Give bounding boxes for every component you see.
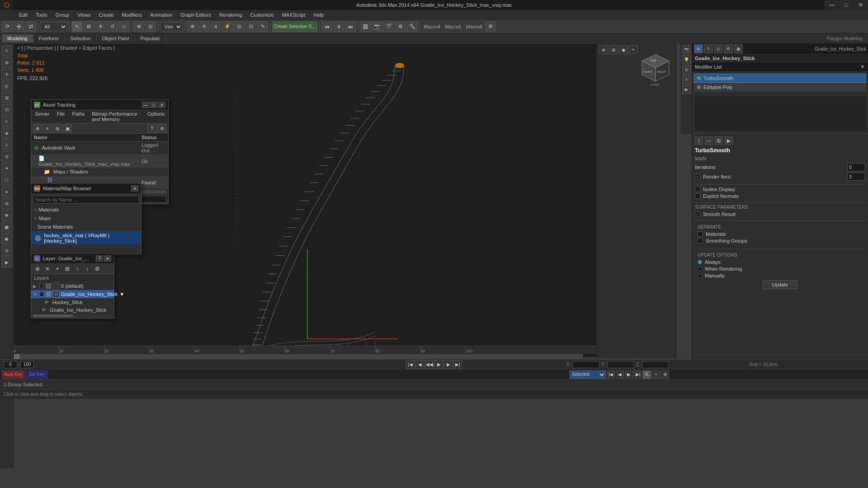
- layer-panel-titlebar[interactable]: L Layer: Goalie_Ice_... ? ✕: [31, 253, 114, 264]
- ls-btn-8[interactable]: ◈: [1, 127, 12, 138]
- tb-render3[interactable]: 🎬: [383, 21, 394, 32]
- mb-section-materials[interactable]: + Materials: [31, 206, 141, 214]
- menu-rendering[interactable]: Rendering: [216, 11, 246, 19]
- auto-key-btn[interactable]: Auto Key: [2, 371, 24, 379]
- key-filter-btn6[interactable]: +: [652, 371, 660, 379]
- at-tb-help[interactable]: ?: [147, 124, 156, 132]
- tb-btn-2[interactable]: ✛: [14, 21, 24, 32]
- time-start-input[interactable]: [4, 361, 17, 368]
- tb-snap2[interactable]: ◎: [145, 21, 156, 32]
- pb-goto-end[interactable]: ▶|: [453, 360, 462, 369]
- asset-tracking-titlebar[interactable]: AT Asset Tracking — □ ✕: [31, 100, 168, 110]
- ls-btn-arrow[interactable]: ▶: [1, 257, 12, 267]
- vp-nav-2[interactable]: ⊞: [609, 45, 618, 54]
- menu-help[interactable]: Help: [310, 11, 328, 19]
- at-menu-server[interactable]: Server: [31, 110, 53, 123]
- time-end-input[interactable]: [20, 361, 34, 368]
- ls-btn-17[interactable]: ◉: [1, 233, 12, 244]
- key-filter-btn4[interactable]: ▶|: [634, 371, 642, 379]
- at-restore-btn[interactable]: □: [150, 102, 157, 108]
- lp-help-btn[interactable]: ?: [96, 255, 103, 262]
- key-filter-btn3[interactable]: ▶: [625, 371, 633, 379]
- layer-check-default[interactable]: ☐: [53, 283, 59, 289]
- ts-render-iters-input[interactable]: [847, 173, 865, 181]
- ts-always-radio[interactable]: [698, 260, 702, 264]
- selection-filter[interactable]: All: [40, 22, 67, 31]
- rotate-btn[interactable]: ↺: [107, 21, 118, 32]
- at-close-btn[interactable]: ✕: [158, 102, 165, 108]
- rp-icon-1[interactable]: ⊕: [694, 44, 703, 53]
- tb-btn-ref[interactable]: ⊕: [187, 21, 198, 32]
- menu-maxscript[interactable]: MAXScript: [278, 11, 309, 19]
- layer-item-goalie[interactable]: ▼ ☑ Goalie_Ice_Hockey_Stick ▼: [31, 290, 114, 298]
- z-input[interactable]: [642, 361, 669, 368]
- pb-prev-frame[interactable]: ◀: [415, 360, 425, 369]
- ls-btn-14[interactable]: ⊛: [1, 198, 12, 209]
- tb-render2[interactable]: 📷: [372, 21, 382, 32]
- ri-camera[interactable]: 📷: [682, 45, 691, 54]
- tab-modeling[interactable]: Modeling: [2, 34, 33, 42]
- ts-materials-checkbox[interactable]: [698, 231, 703, 237]
- lt-btn-7[interactable]: ⚙: [93, 265, 102, 273]
- ts-expand-btn[interactable]: ▶: [725, 136, 733, 145]
- tb-anim1[interactable]: ⏮: [321, 21, 332, 32]
- key-filter-btn7[interactable]: ⚙: [661, 371, 669, 379]
- layer-check-goalie[interactable]: ☑: [53, 291, 59, 297]
- rp-icon-2[interactable]: ✎: [704, 44, 713, 53]
- menu-edit[interactable]: Edit: [15, 11, 31, 19]
- ts-lock-btn[interactable]: —: [705, 136, 713, 145]
- lt-btn-5[interactable]: ↑: [73, 265, 82, 273]
- vp-nav-3[interactable]: ◉: [619, 45, 628, 54]
- ts-smooth-result-checkbox[interactable]: [695, 211, 700, 217]
- mb-material-item[interactable]: hockey_stick_mat ( VRayMtl ) [Hockey_Sti…: [31, 231, 141, 245]
- at-menu-paths[interactable]: Paths: [68, 110, 88, 123]
- tab-selection[interactable]: Selection: [65, 34, 96, 42]
- lt-btn-1[interactable]: ⊕: [33, 265, 42, 273]
- tab-freeform[interactable]: Freeform: [33, 34, 65, 42]
- key-filter-btn1[interactable]: |◀: [607, 371, 615, 379]
- tb-render1[interactable]: 🖼: [360, 21, 371, 32]
- menu-customize[interactable]: Customize: [247, 11, 278, 19]
- layer-scrollbar[interactable]: [33, 314, 112, 317]
- ls-btn-13[interactable]: ♦: [1, 186, 12, 197]
- at-tb-4[interactable]: ▣: [63, 124, 72, 132]
- ls-btn-11[interactable]: ✦: [1, 163, 12, 174]
- lt-btn-2[interactable]: ✕: [43, 265, 52, 273]
- tb-btn-1[interactable]: ⟳: [2, 21, 13, 32]
- at-tb-settings[interactable]: ⚙: [157, 124, 166, 132]
- rp-icon-4[interactable]: ⚙: [724, 44, 733, 53]
- layer-item-goalie-child[interactable]: ⊳ Goalie_Ice_Hockey_Stick: [31, 306, 114, 314]
- layer-vis-goalie[interactable]: [39, 292, 44, 296]
- tb-render5[interactable]: 🔧: [407, 21, 418, 32]
- vp-nav-4[interactable]: ⌖: [629, 45, 638, 54]
- time-slider[interactable]: [14, 354, 583, 359]
- tb-anim3[interactable]: ⏭: [345, 21, 356, 32]
- lt-btn-6[interactable]: ↓: [83, 265, 92, 273]
- modifier-turbosmooth[interactable]: TurboSmooth: [694, 74, 866, 83]
- view-select[interactable]: View: [160, 22, 183, 31]
- modifier-editable-poly[interactable]: Editable Poly: [694, 83, 866, 92]
- pb-next-frame[interactable]: ▶: [444, 360, 453, 369]
- ls-btn-18[interactable]: ⊜: [1, 245, 12, 256]
- lp-close-btn[interactable]: ✕: [104, 255, 111, 262]
- material-search-input[interactable]: [33, 196, 139, 204]
- ts-explicit-checkbox[interactable]: [695, 193, 700, 199]
- menu-create[interactable]: Create: [95, 11, 117, 19]
- mb-section-scene-materials[interactable]: - Scene Materials: [31, 223, 141, 231]
- ts-manually-radio[interactable]: [698, 273, 702, 278]
- pb-goto-start[interactable]: |◀: [406, 360, 415, 369]
- ri-light[interactable]: 💡: [682, 55, 691, 64]
- time-slider-thumb[interactable]: [14, 354, 19, 359]
- menu-group[interactable]: Group: [52, 11, 73, 19]
- maximize-button[interactable]: □: [839, 0, 854, 10]
- tb-btn-3[interactable]: ⇄: [25, 21, 36, 32]
- layer-options-arrow[interactable]: ▼: [119, 291, 124, 297]
- tb-anim2[interactable]: ⏸: [333, 21, 344, 32]
- at-row-vault[interactable]: 🏛 Autodesk Vault Logged Out ...: [31, 141, 168, 155]
- material-browser-titlebar[interactable]: MB Material/Map Browser ✕: [31, 183, 141, 194]
- ls-btn-15[interactable]: ❖: [1, 210, 12, 221]
- modifier-list-arrow[interactable]: ▼: [860, 64, 865, 70]
- at-minimize-btn[interactable]: —: [142, 102, 149, 108]
- tb-btn-5[interactable]: ◎: [234, 21, 245, 32]
- key-filter-btn2[interactable]: ◀: [616, 371, 624, 379]
